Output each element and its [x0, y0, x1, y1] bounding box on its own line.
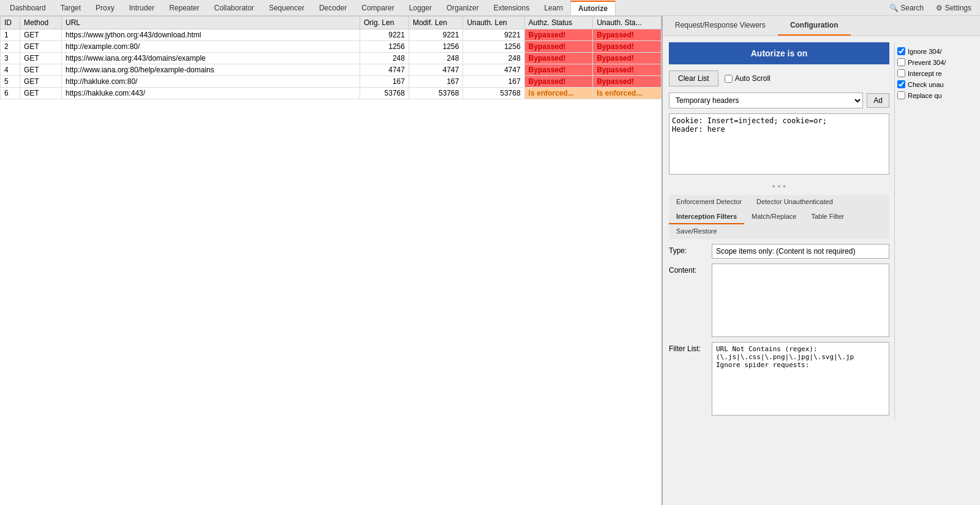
table-row[interactable]: 1 GET https://www.jython.org:443/downloa…: [1, 29, 662, 41]
checkbox-ignore-304[interactable]: Ignore 304/: [897, 47, 971, 55]
nav-item-repeater[interactable]: Repeater: [162, 1, 206, 15]
sub-tab-detector-unauth[interactable]: Detector Unauthenticated: [749, 195, 840, 210]
clear-list-button[interactable]: Clear List: [669, 70, 718, 86]
checkbox-check-unau[interactable]: Check unau: [897, 80, 971, 88]
checkboxes-panel: Ignore 304/ Prevent 304/ Intercept re Ch…: [894, 42, 974, 420]
nav-item-organizer[interactable]: Organizer: [439, 1, 486, 15]
cell-modif-len: 167: [409, 76, 462, 88]
cell-unauth-status: Is enforced...: [593, 88, 662, 99]
cell-orig-len: 9221: [360, 29, 409, 41]
nav-item-dashboard[interactable]: Dashboard: [2, 1, 53, 15]
cell-unauth-len: 1256: [463, 41, 524, 53]
tab-request-response[interactable]: Request/Response Viewers: [663, 16, 778, 36]
cell-url: https://www.iana.org:443/domains/example: [61, 53, 360, 64]
nav-item-extensions[interactable]: Extensions: [486, 1, 537, 15]
nav-item-decoder[interactable]: Decoder: [312, 1, 354, 15]
table-row[interactable]: 2 GET http://example.com:80/ 1256 1256 1…: [1, 41, 662, 53]
cell-method: GET: [20, 76, 62, 88]
table-row[interactable]: 4 GET http://www.iana.org:80/help/exampl…: [1, 64, 662, 76]
filter-list-section: Filter List: URL Not Contains (regex): (…: [669, 342, 889, 416]
cell-unauth-len: 4747: [463, 64, 524, 76]
cell-method: GET: [20, 29, 62, 41]
nav-item-autorize[interactable]: Autorize: [570, 1, 616, 15]
type-input[interactable]: [712, 244, 889, 259]
headers-textarea[interactable]: Cookie: Insert=injected; cookie=or; Head…: [669, 113, 889, 175]
top-nav: Dashboard Target Proxy Intruder Repeater…: [0, 0, 980, 16]
cell-id: 4: [1, 64, 20, 76]
type-section: Type:: [669, 244, 889, 259]
table-row[interactable]: 6 GET https://hakluke.com:443/ 53768 537…: [1, 88, 662, 99]
autorize-button[interactable]: Autorize is on: [669, 42, 889, 64]
cell-unauth-status: Bypassed!: [593, 76, 662, 88]
settings-nav[interactable]: ⚙ Settings: [930, 1, 978, 15]
checkbox-prevent-304[interactable]: Prevent 304/: [897, 58, 971, 66]
cell-unauth-len: 9221: [463, 29, 524, 41]
cell-id: 3: [1, 53, 20, 64]
add-button[interactable]: Ad: [867, 93, 889, 108]
cell-orig-len: 53768: [360, 88, 409, 99]
auto-scroll-checkbox[interactable]: [725, 75, 733, 83]
cell-unauth-status: Bypassed!: [593, 64, 662, 76]
cell-authz-status: Bypassed!: [524, 29, 593, 41]
col-header-unauth-status: Unauth. Sta...: [593, 17, 662, 29]
cell-orig-len: 4747: [360, 64, 409, 76]
cell-authz-status: Bypassed!: [524, 41, 593, 53]
nav-item-comparer[interactable]: Comparer: [354, 1, 401, 15]
actions-row: Clear List Auto Scroll: [669, 70, 889, 86]
cell-authz-status: Is enforced...: [524, 88, 593, 99]
nav-item-sequencer[interactable]: Sequencer: [262, 1, 312, 15]
cell-method: GET: [20, 53, 62, 64]
temporary-headers-select[interactable]: Temporary headers: [669, 93, 863, 108]
cell-method: GET: [20, 88, 62, 99]
col-header-orig-len: Orig. Len: [360, 17, 409, 29]
col-header-authz-status: Authz. Status: [524, 17, 593, 29]
filter-list-label: Filter List:: [669, 342, 706, 353]
sub-tab-match-replace[interactable]: Match/Replace: [744, 210, 804, 224]
sub-tab-enforcement[interactable]: Enforcement Detector: [669, 195, 749, 210]
tab-bar: Request/Response Viewers Configuration: [663, 16, 980, 36]
content-textarea[interactable]: [712, 264, 889, 337]
sub-tab-save-restore[interactable]: Save/Restore: [669, 224, 725, 239]
cell-method: GET: [20, 64, 62, 76]
nav-item-target[interactable]: Target: [53, 1, 88, 15]
cell-id: 6: [1, 88, 20, 99]
filter-list-textarea[interactable]: URL Not Contains (regex): (\.js|\.css|\.…: [712, 342, 889, 416]
cell-id: 5: [1, 76, 20, 88]
col-header-method: Method: [20, 17, 62, 29]
content-section: Content:: [669, 264, 889, 337]
cell-unauth-status: Bypassed!: [593, 53, 662, 64]
nav-item-logger[interactable]: Logger: [402, 1, 439, 15]
cell-orig-len: 1256: [360, 41, 409, 53]
checkbox-replace-qu[interactable]: Replace qu: [897, 91, 971, 99]
col-header-unauth-len: Unauth. Len: [463, 17, 524, 29]
cell-unauth-len: 53768: [463, 88, 524, 99]
cell-orig-len: 167: [360, 76, 409, 88]
main-layout: ID Method URL Orig. Len Modif. Len Unaut…: [0, 16, 980, 505]
nav-item-intruder[interactable]: Intruder: [122, 1, 162, 15]
cell-unauth-status: Bypassed!: [593, 41, 662, 53]
cell-authz-status: Bypassed!: [524, 64, 593, 76]
cell-url: http://hakluke.com:80/: [61, 76, 360, 88]
cell-modif-len: 1256: [409, 41, 462, 53]
sub-tab-interception[interactable]: Interception Filters: [669, 210, 744, 224]
nav-item-collaborator[interactable]: Collaborator: [207, 1, 262, 15]
resize-dots: • • •: [669, 181, 889, 191]
cell-modif-len: 9221: [409, 29, 462, 41]
content-label: Content:: [669, 264, 706, 275]
cell-authz-status: Bypassed!: [524, 76, 593, 88]
auto-scroll-label[interactable]: Auto Scroll: [725, 74, 771, 83]
sub-tab-table-filter[interactable]: Table Filter: [804, 210, 851, 224]
nav-item-learn[interactable]: Learn: [537, 1, 570, 15]
right-panel: Request/Response Viewers Configuration A…: [663, 16, 980, 505]
type-label: Type:: [669, 244, 706, 255]
table-row[interactable]: 5 GET http://hakluke.com:80/ 167 167 167…: [1, 76, 662, 88]
tab-configuration[interactable]: Configuration: [778, 16, 851, 36]
config-panel: Autorize is on Clear List Auto Scroll Te…: [663, 36, 980, 505]
cell-id: 1: [1, 29, 20, 41]
search-nav[interactable]: 🔍 Search: [883, 1, 930, 15]
table-row[interactable]: 3 GET https://www.iana.org:443/domains/e…: [1, 53, 662, 64]
checkbox-intercept-re[interactable]: Intercept re: [897, 69, 971, 77]
nav-item-proxy[interactable]: Proxy: [88, 1, 122, 15]
cell-authz-status: Bypassed!: [524, 53, 593, 64]
cell-url: http://www.iana.org:80/help/example-doma…: [61, 64, 360, 76]
